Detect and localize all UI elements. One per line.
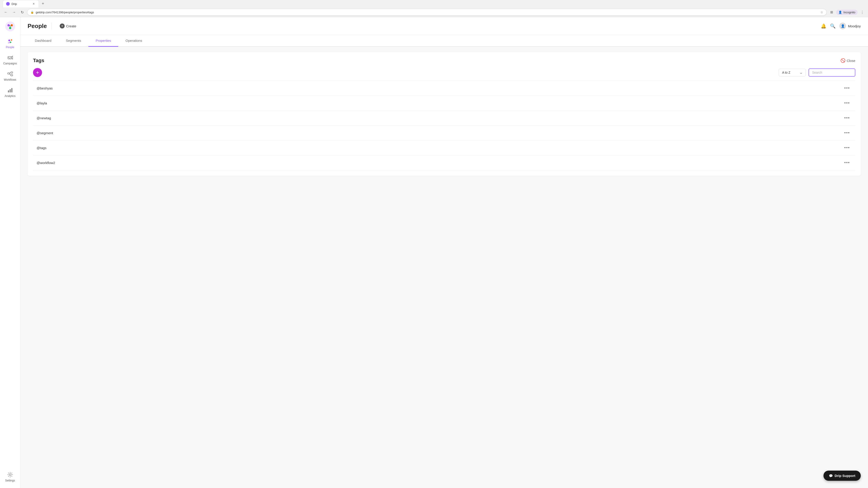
drip-logo: [4, 21, 16, 32]
incognito-badge: 👤 Incognito: [836, 10, 858, 15]
tab-title: Drip: [11, 2, 17, 6]
sidebar-item-workflows[interactable]: Workflows: [0, 68, 20, 84]
svg-rect-11: [8, 90, 9, 92]
tag-name-1: @beshyas: [37, 86, 842, 90]
sort-label: A to Z: [782, 71, 790, 74]
browser-actions: ⊞ 👤 Incognito ⋮: [829, 9, 865, 15]
people-icon: [7, 38, 13, 45]
main-content: People + Create 🔔 🔍 👤 Moodjoy Dashboard …: [20, 17, 868, 488]
sidebar-item-analytics[interactable]: Analytics: [0, 85, 20, 100]
content-area: Tags 🚫 Close + A to Z ⌄: [20, 47, 868, 488]
url-text: getdrip.com/7641396/people/properties#ta…: [36, 11, 818, 14]
tags-title: Tags: [33, 58, 44, 64]
sidebar-item-campaigns-label: Campaigns: [3, 62, 17, 65]
create-icon: +: [60, 24, 65, 29]
tab-operations[interactable]: Operations: [118, 35, 149, 47]
close-button[interactable]: 🚫 Close: [840, 58, 855, 63]
tag-name-5: @tags: [37, 146, 842, 150]
tag-item[interactable]: @workflow2 •••: [33, 156, 855, 170]
tag-item[interactable]: @segment •••: [33, 126, 855, 140]
support-icon: 💬: [829, 474, 833, 478]
tags-header: Tags 🚫 Close: [33, 58, 855, 64]
sort-dropdown[interactable]: A to Z ⌄: [779, 69, 806, 76]
sidebar-item-analytics-label: Analytics: [4, 94, 16, 98]
user-name: Moodjoy: [848, 24, 861, 28]
campaigns-icon: [7, 54, 13, 61]
close-button-label: Close: [847, 59, 855, 63]
tags-section: Tags 🚫 Close + A to Z ⌄: [28, 52, 861, 176]
close-icon: 🚫: [840, 58, 845, 63]
bookmark-icon[interactable]: ☆: [820, 10, 823, 14]
drip-support-button[interactable]: 💬 Drip Support: [824, 470, 861, 481]
app-container: People Campaigns Workflow: [0, 17, 868, 488]
svg-point-1: [7, 24, 10, 26]
sidebar-item-people[interactable]: People: [0, 36, 20, 51]
tags-list: @beshyas ••• @layla ••• @newtag ••• @seg…: [33, 80, 855, 170]
chevron-down-icon: ⌄: [800, 71, 802, 74]
tags-controls: + A to Z ⌄: [33, 68, 855, 77]
tag-menu-button-4[interactable]: •••: [842, 130, 852, 136]
svg-rect-12: [9, 89, 11, 92]
svg-point-14: [9, 474, 11, 476]
tag-menu-button-2[interactable]: •••: [842, 100, 852, 106]
sidebar-item-settings[interactable]: Settings: [0, 469, 20, 484]
tag-item[interactable]: @beshyas •••: [33, 81, 855, 96]
create-button[interactable]: + Create: [56, 22, 80, 30]
header-actions: 🔔 🔍 👤 Moodjoy: [821, 23, 861, 29]
tag-menu-button-5[interactable]: •••: [842, 144, 852, 151]
tab-dashboard[interactable]: Dashboard: [28, 35, 59, 47]
svg-point-4: [8, 39, 10, 41]
tag-menu-button-1[interactable]: •••: [842, 85, 852, 92]
incognito-label: Incognito: [843, 11, 855, 14]
tab-properties[interactable]: Properties: [88, 35, 118, 47]
svg-rect-8: [8, 73, 9, 74]
tab-nav: Dashboard Segments Properties Operations: [20, 35, 868, 47]
search-button[interactable]: 🔍: [830, 23, 836, 29]
sidebar-item-settings-label: Settings: [5, 479, 15, 482]
create-button-label: Create: [66, 24, 76, 28]
tag-item[interactable]: @tags •••: [33, 140, 855, 156]
drip-support-label: Drip Support: [835, 474, 855, 478]
tag-name-6: @workflow2: [37, 161, 842, 165]
svg-rect-13: [11, 88, 12, 92]
page-header: People + Create 🔔 🔍 👤 Moodjoy: [20, 17, 868, 35]
tag-item[interactable]: @layla •••: [33, 96, 855, 111]
svg-point-3: [9, 27, 11, 29]
address-bar[interactable]: 🔒 getdrip.com/7641396/people/properties#…: [27, 9, 827, 15]
sidebar: People Campaigns Workflow: [0, 17, 20, 488]
tag-name-3: @newtag: [37, 116, 842, 120]
extensions-button[interactable]: ⊞: [829, 9, 835, 15]
search-input[interactable]: [812, 71, 852, 74]
back-button[interactable]: ←: [3, 9, 9, 15]
page-title: People: [28, 23, 47, 30]
tab-favicon: [6, 2, 10, 6]
sidebar-item-people-label: People: [6, 46, 14, 49]
add-tag-button[interactable]: +: [33, 68, 42, 77]
browser-chrome: Drip ✕ + ← → ↻ 🔒 getdrip.com/7641396/peo…: [0, 0, 868, 17]
tab-segments[interactable]: Segments: [59, 35, 88, 47]
sidebar-item-workflows-label: Workflows: [4, 78, 16, 81]
notifications-button[interactable]: 🔔: [821, 23, 827, 29]
lock-icon: 🔒: [31, 11, 34, 14]
new-tab-button[interactable]: +: [40, 1, 46, 7]
address-bar-row: ← → ↻ 🔒 getdrip.com/7641396/people/prope…: [0, 7, 868, 17]
header-divider: [51, 23, 52, 29]
sidebar-item-campaigns[interactable]: Campaigns: [0, 52, 20, 67]
svg-rect-9: [11, 72, 13, 73]
svg-rect-10: [11, 74, 13, 76]
settings-icon: [7, 471, 13, 478]
forward-button[interactable]: →: [11, 9, 17, 15]
user-avatar: 👤: [839, 23, 846, 29]
tag-menu-button-6[interactable]: •••: [842, 160, 852, 166]
tag-menu-button-3[interactable]: •••: [842, 115, 852, 121]
svg-point-5: [11, 39, 12, 41]
tab-close-button[interactable]: ✕: [32, 2, 35, 6]
search-wrapper[interactable]: [809, 68, 855, 76]
tab-bar: Drip ✕ +: [0, 0, 868, 7]
tag-name-4: @segment: [37, 131, 842, 135]
tag-item[interactable]: @newtag •••: [33, 111, 855, 126]
user-info[interactable]: 👤 Moodjoy: [839, 23, 861, 29]
browser-tab[interactable]: Drip ✕: [3, 0, 39, 7]
refresh-button[interactable]: ↻: [19, 9, 25, 15]
more-options-button[interactable]: ⋮: [859, 9, 865, 15]
